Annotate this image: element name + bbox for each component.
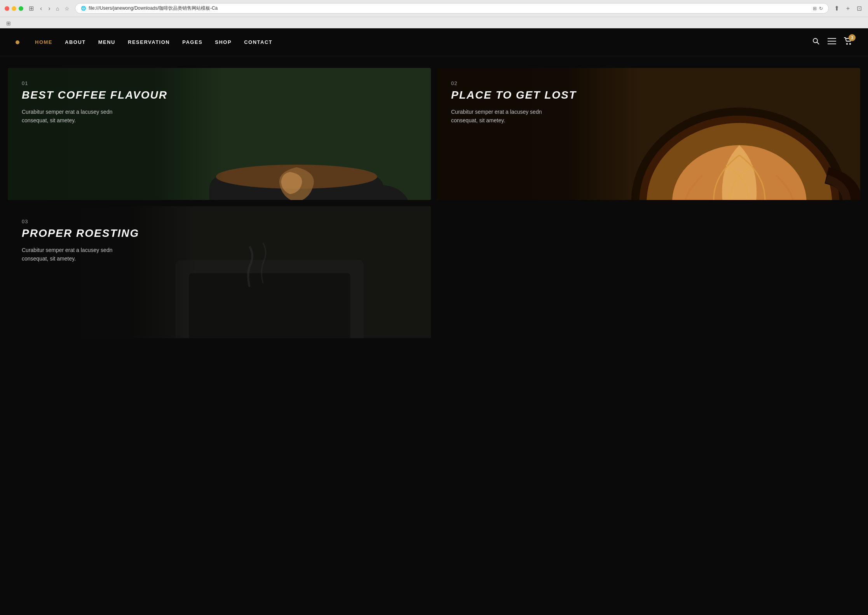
home-icon[interactable]: ⌂ xyxy=(56,5,59,12)
card-1-number: 01 xyxy=(22,80,417,86)
card-1-title: BEST COFFEE FLAVOUR xyxy=(22,89,417,101)
website-container: HOME ABOUT MENU RESERVATION PAGES SHOP C… xyxy=(0,28,868,346)
search-button[interactable] xyxy=(812,37,820,47)
browser-right-controls: ⬆ + ⊡ xyxy=(833,4,863,13)
card-2[interactable]: 02 PLACE TO GET LOST Curabitur semper er… xyxy=(437,68,860,200)
navbar: HOME ABOUT MENU RESERVATION PAGES SHOP C… xyxy=(0,28,868,56)
svg-point-5 xyxy=(847,43,848,45)
bookmark-icon[interactable]: ☆ xyxy=(64,5,70,12)
apps-icon[interactable]: ⊞ xyxy=(5,19,12,28)
browser-chrome: ⊞ ‹ › ⌂ ☆ 🌐 file:///Users/janewong/Downl… xyxy=(0,0,868,17)
card-3-content: 03 PROPER ROESTING Curabitur semper erat… xyxy=(22,219,417,263)
cart-badge: 3 xyxy=(849,34,856,41)
logo-dot xyxy=(16,40,19,44)
card-1-desc: Curabitur semper erat a lacusey sedn con… xyxy=(22,108,115,125)
nav-logo xyxy=(16,40,19,44)
sidebar-toggle-button[interactable]: ⊞ xyxy=(27,4,35,13)
browser-traffic-lights xyxy=(5,6,23,11)
cards-grid: 01 BEST COFFEE FLAVOUR Curabitur semper … xyxy=(8,68,860,338)
nav-right-controls: 3 xyxy=(812,37,852,47)
svg-rect-25 xyxy=(189,273,350,338)
sidebar-button[interactable]: ⊡ xyxy=(855,4,863,13)
back-button[interactable]: ‹ xyxy=(38,4,44,13)
new-tab-button[interactable]: + xyxy=(845,4,851,13)
nav-reservation[interactable]: RESERVATION xyxy=(128,39,170,45)
card-1-content: 01 BEST COFFEE FLAVOUR Curabitur semper … xyxy=(22,80,417,125)
card-3-title: PROPER ROESTING xyxy=(22,228,417,240)
reader-icon[interactable]: ⊞ xyxy=(813,6,817,11)
svg-line-1 xyxy=(817,42,819,44)
card-1[interactable]: 01 BEST COFFEE FLAVOUR Curabitur semper … xyxy=(8,68,431,200)
card-3[interactable]: 03 PROPER ROESTING Curabitur semper erat… xyxy=(8,206,431,338)
card-2-number: 02 xyxy=(451,80,846,86)
maximize-dot[interactable] xyxy=(19,6,23,11)
nav-menu[interactable]: MENU xyxy=(98,39,115,45)
nav-pages[interactable]: PAGES xyxy=(182,39,202,45)
browser-nav-icons: ⊞ ‹ › xyxy=(27,4,52,13)
cart-button[interactable]: 3 xyxy=(844,37,852,47)
card-2-title: PLACE TO GET LOST xyxy=(451,89,846,101)
nav-contact[interactable]: CONTACT xyxy=(244,39,272,45)
share-button[interactable]: ⬆ xyxy=(833,4,841,13)
card-3-number: 03 xyxy=(22,219,417,224)
minimize-dot[interactable] xyxy=(12,6,16,11)
close-dot[interactable] xyxy=(5,6,9,11)
nav-links: HOME ABOUT MENU RESERVATION PAGES SHOP C… xyxy=(35,39,812,45)
forward-button[interactable]: › xyxy=(47,4,52,13)
refresh-icon[interactable]: ↻ xyxy=(819,6,823,11)
nav-shop[interactable]: SHOP xyxy=(215,39,232,45)
card-2-desc: Curabitur semper erat a lacusey sedn con… xyxy=(451,108,544,125)
card-2-content: 02 PLACE TO GET LOST Curabitur semper er… xyxy=(451,80,846,125)
address-bar[interactable]: 🌐 file:///Users/janewong/Downloads/咖啡饮品类… xyxy=(75,3,829,14)
home-icon-area[interactable]: ⌂ xyxy=(56,5,59,12)
nav-home[interactable]: HOME xyxy=(35,39,52,45)
search-icon xyxy=(812,37,820,47)
hamburger-button[interactable] xyxy=(828,38,836,46)
tabs-bar: ⊞ xyxy=(0,17,868,28)
nav-about[interactable]: ABOUT xyxy=(65,39,86,45)
bookmark-icon-area[interactable]: ☆ xyxy=(64,5,70,12)
main-content: 01 BEST COFFEE FLAVOUR Curabitur semper … xyxy=(0,56,868,346)
globe-icon: 🌐 xyxy=(81,6,86,11)
svg-point-6 xyxy=(850,43,851,45)
address-text: file:///Users/janewong/Downloads/咖啡饮品类销售… xyxy=(89,5,810,12)
hamburger-icon xyxy=(828,38,836,46)
card-3-desc: Curabitur semper erat a lacusey sedn con… xyxy=(22,246,115,263)
